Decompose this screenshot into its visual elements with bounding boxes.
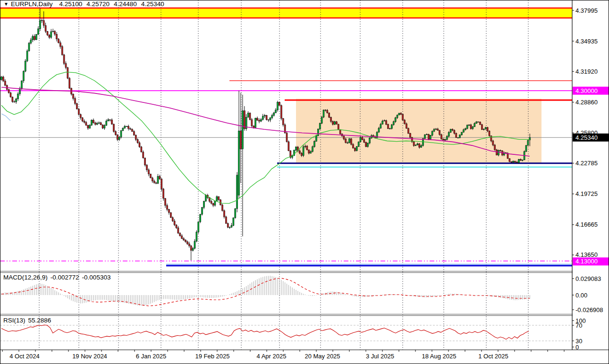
candle-body (444, 139, 446, 140)
candle-body (115, 132, 116, 135)
macd-value-2: -0.005303 (82, 274, 111, 281)
candle-body (181, 236, 183, 239)
candle-body (270, 118, 271, 120)
candle-body (402, 114, 404, 120)
candle-body (352, 144, 354, 148)
candle-body (314, 141, 315, 146)
price-chart-canvas[interactable]: 4.379954.349354.319204.288604.258004.227… (0, 0, 609, 364)
candle-body (397, 115, 398, 118)
candle-body (345, 139, 347, 143)
candle-body (222, 205, 223, 211)
candle-body (106, 121, 107, 126)
candle-body (386, 120, 387, 124)
y-axis-label: 0.00 (575, 292, 587, 299)
candle-body (137, 139, 138, 143)
candle-body (380, 124, 381, 128)
candle-body (161, 179, 162, 189)
candle-body (30, 40, 32, 43)
candle-body (108, 120, 109, 121)
candle-body (126, 126, 127, 127)
candle-body (496, 150, 498, 155)
y-axis-label: 4.22785 (575, 160, 598, 167)
candle-body (133, 131, 135, 135)
candle-body (122, 128, 124, 131)
candle-body (476, 122, 477, 124)
candle-body (100, 123, 102, 125)
x-axis-date-label: 19 Feb 2025 (195, 353, 229, 360)
candle-body (264, 115, 265, 116)
candle-body (428, 135, 429, 139)
candle-body (203, 201, 205, 207)
candle-body (176, 225, 177, 228)
candle-body (139, 143, 140, 147)
candle-body (516, 162, 518, 162)
candle-body (231, 225, 232, 227)
candle-body (507, 153, 508, 159)
candle-body (58, 39, 59, 43)
ohlc-high: 4.25720 (86, 0, 110, 8)
candle-body (347, 143, 348, 143)
candle-body (128, 126, 129, 128)
candle-body (378, 128, 380, 132)
rsi-value: 55.2886 (28, 317, 51, 324)
candle-body (478, 122, 479, 122)
x-axis-date-label: 20 May 2025 (304, 353, 340, 360)
candle-body (400, 113, 402, 114)
y-axis-label: 4.13650 (575, 251, 598, 258)
candle-body (369, 138, 371, 143)
candle-body (339, 129, 341, 134)
candle-body (424, 135, 426, 138)
candle-body (260, 119, 262, 121)
x-axis-date-label: 3 Jul 2025 (366, 353, 394, 360)
candle-body (338, 124, 339, 129)
candle-body (483, 129, 484, 130)
candle-body (141, 147, 142, 152)
candle-body (282, 119, 284, 125)
ohlc-low: 4.24480 (114, 0, 137, 8)
candle-body (4, 81, 6, 85)
candle-body (277, 102, 279, 110)
x-axis-date-label: 18 Aug 2025 (422, 353, 456, 360)
candle-body (522, 160, 523, 161)
candle-body (259, 120, 260, 121)
candle-body (65, 64, 67, 68)
candle-body (118, 137, 120, 139)
candle-body (299, 151, 300, 153)
candle-body (192, 248, 194, 250)
candle-body (465, 128, 466, 130)
candle-body (235, 209, 236, 218)
candle-body (102, 125, 103, 128)
y-axis-label: -0.026908 (575, 306, 603, 313)
candle-body (144, 158, 146, 165)
candle-body (186, 242, 188, 244)
candle-body (415, 145, 416, 146)
candle-body (303, 147, 304, 156)
candle-body (459, 135, 461, 138)
candle-body (498, 151, 499, 155)
macd-indicator-name: MACD(12,26,9) (3, 274, 48, 281)
candle-body (165, 198, 166, 205)
candle-body (178, 228, 179, 233)
y-axis-label: 4.37995 (575, 7, 598, 14)
candle-body (59, 43, 61, 47)
candle-body (200, 214, 201, 222)
candle-body (45, 25, 46, 32)
candle-body (356, 146, 357, 151)
candle-body (23, 71, 24, 81)
candle-body (63, 55, 65, 63)
candle-body (225, 217, 227, 223)
candle-body (257, 118, 258, 120)
candle-body (275, 110, 277, 113)
candle-body (470, 125, 472, 128)
candle-body (280, 106, 282, 119)
y-axis-label: 0 (575, 344, 579, 351)
candle-body (47, 31, 48, 35)
candle-body (474, 124, 475, 127)
x-axis-date-label: 19 Nov 2024 (72, 353, 107, 360)
candle-body (286, 133, 288, 142)
symbol-dropdown-icon[interactable]: ▼ (4, 1, 8, 7)
y-axis-label: 4.13000 (575, 258, 598, 265)
candle-body (244, 111, 245, 129)
candle-body (457, 138, 459, 138)
candle-body (194, 241, 195, 248)
